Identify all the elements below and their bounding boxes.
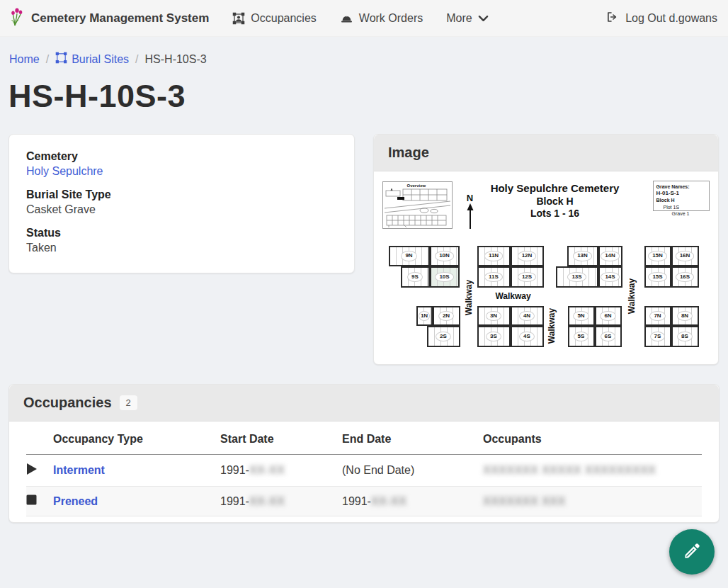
walkway-label-vertical-right: Walkway xyxy=(627,278,637,314)
plot-cell-12N: 12N xyxy=(511,246,544,266)
breadcrumb-burial-sites-label: Burial Sites xyxy=(72,53,129,66)
plot-cell-8N: 8N xyxy=(671,306,699,326)
column-header-icon xyxy=(26,422,53,455)
page-title: HS-H-10S-3 xyxy=(8,78,728,115)
occupancies-table: Occupancy Type Start Date End Date Occup… xyxy=(26,422,702,516)
walkway-label-vertical-middle: Walkway xyxy=(547,308,557,344)
walkway-label-horizontal: Walkway xyxy=(495,291,530,301)
plot-cell-3S: 3S xyxy=(477,326,511,347)
breadcrumb-burial-sites-link[interactable]: Burial Sites xyxy=(55,52,129,67)
plot-cell-4S: 4S xyxy=(511,326,544,347)
breadcrumb-separator: / xyxy=(46,53,49,66)
column-header-occupants: Occupants xyxy=(483,422,702,455)
brand[interactable]: Cemetery Management System xyxy=(9,7,209,29)
play-icon xyxy=(26,463,38,478)
grave-names-legend: Grave Names: H-01-S-1 Block H Plot 1S Gr… xyxy=(653,181,710,211)
square-icon xyxy=(26,494,37,508)
plot-cell-10N: 10N xyxy=(430,246,460,266)
image-card-header: Image xyxy=(374,135,718,171)
plot-label: 8S xyxy=(677,332,693,341)
plot-label: 13S xyxy=(567,272,586,282)
plot-label: 5N xyxy=(573,311,588,321)
app-title: Cemetery Management System xyxy=(31,11,209,26)
start-date-redacted: XX-XX xyxy=(249,495,285,507)
plot-label: 2N xyxy=(438,311,454,321)
plot-cell-7S: 7S xyxy=(644,326,671,347)
plot-label: 15S xyxy=(648,272,666,282)
column-header-end-date: End Date xyxy=(342,422,483,455)
plot-cell-7N: 7N xyxy=(644,306,671,326)
occupancy-type-link[interactable]: Preneed xyxy=(53,495,98,507)
start-date-redacted: XX-XX xyxy=(249,464,285,476)
plot-label: 9S xyxy=(407,272,423,282)
plot-label: 12N xyxy=(518,251,537,261)
plot-label: 12S xyxy=(518,272,536,282)
start-date-visible: 1991- xyxy=(220,464,249,476)
plot-cell-5S: 5S xyxy=(568,326,595,347)
plot-label: 10N xyxy=(435,251,454,261)
plot-label: 8N xyxy=(677,311,693,321)
nav-item-occupancies[interactable]: Occupancies xyxy=(232,12,317,25)
occupancies-header-title: Occupancies xyxy=(23,395,112,411)
top-navbar: Cemetery Management System Occupancies W… xyxy=(0,0,728,37)
occupancies-card: Occupancies 2 Occupancy Type Start Date … xyxy=(8,384,720,523)
plot-label: 11S xyxy=(484,272,503,282)
occupancies-section: Occupancies 2 Occupancy Type Start Date … xyxy=(8,384,720,523)
end-date-visible: 1991- xyxy=(342,495,371,507)
image-card-body: Overview xyxy=(374,171,718,364)
breadcrumb-current: HS-H-10S-3 xyxy=(145,53,207,66)
plot-cell-6S: 6S xyxy=(595,326,622,347)
plot-label: 16N xyxy=(676,251,695,261)
plot-cell-9S: 9S xyxy=(401,266,430,288)
plot-label: 15N xyxy=(648,251,667,261)
plot-label: 4N xyxy=(519,311,535,321)
chevron-down-icon xyxy=(478,14,489,23)
walkway-label-vertical-left: Walkway xyxy=(464,280,474,315)
burial-site-details-card: Cemetery Holy Sepulchre Burial Site Type… xyxy=(8,134,355,273)
nav-item-more[interactable]: More xyxy=(446,12,488,25)
nav-item-label: Occupancies xyxy=(251,12,317,25)
cemetery-link[interactable]: Holy Sepulchre xyxy=(26,165,103,177)
plot-cell-6N: 6N xyxy=(595,306,622,326)
logout-button[interactable]: Log Out d.gowans xyxy=(605,11,717,26)
map-title-line2: Block H xyxy=(467,196,644,208)
plot-cell-9N: 9N xyxy=(389,246,430,266)
occupancies-table-wrap: Occupancy Type Start Date End Date Occup… xyxy=(9,422,719,522)
plot-cell-11N: 11N xyxy=(477,246,511,266)
plot-cell-2S: 2S xyxy=(427,326,460,347)
occupancy-type-link[interactable]: Interment xyxy=(53,464,105,476)
plot-label: 14S xyxy=(601,272,619,282)
occupant-name-redacted: XXXXXXX XXXXX XXXXXXXXX xyxy=(483,464,656,476)
logout-label: Log Out d.gowans xyxy=(625,12,717,25)
tulip-logo-icon xyxy=(9,7,25,29)
main-content: Cemetery Holy Sepulchre Burial Site Type… xyxy=(0,134,728,365)
occupancies-icon xyxy=(232,12,245,25)
overview-map-art xyxy=(383,188,452,229)
plot-map-image: Overview xyxy=(382,177,711,354)
plot-label: 6N xyxy=(600,311,615,321)
plot-cell-14S: 14S xyxy=(598,266,622,288)
end-date-visible: (No End Date) xyxy=(342,464,414,476)
plot-label: 14N xyxy=(601,251,620,261)
column-header-occupancy-type: Occupancy Type xyxy=(53,422,220,455)
map-title-line3: Lots 1 - 16 xyxy=(467,208,644,220)
occupant-name-redacted: XXXXXXX XXX xyxy=(483,495,566,507)
plot-label: 5S xyxy=(574,332,589,341)
plot-label: 7S xyxy=(650,332,666,341)
logout-icon xyxy=(605,11,619,26)
plot-cell-2N: 2N xyxy=(433,306,460,326)
column-header-start-date: Start Date xyxy=(220,422,342,455)
overview-label: Overview xyxy=(407,183,426,188)
plot-cell-10S-highlighted: 10S xyxy=(430,266,460,288)
plot-label: 13N xyxy=(573,251,592,261)
plot-cell-8S: 8S xyxy=(671,326,699,347)
nav-item-work-orders[interactable]: Work Orders xyxy=(340,12,423,25)
plot-cell-12S: 12S xyxy=(511,266,544,288)
plot-label: 4S xyxy=(519,332,535,341)
plot-label: 2S xyxy=(436,332,451,341)
breadcrumb-home-link[interactable]: Home xyxy=(9,53,40,66)
plot-cell-11S: 11S xyxy=(477,266,511,288)
edit-button[interactable] xyxy=(669,529,715,575)
occupancy-row-interment: Interment 1991-XX-XX (No End Date) XXXXX… xyxy=(26,455,702,487)
plot-cell-15S: 15S xyxy=(644,266,671,288)
